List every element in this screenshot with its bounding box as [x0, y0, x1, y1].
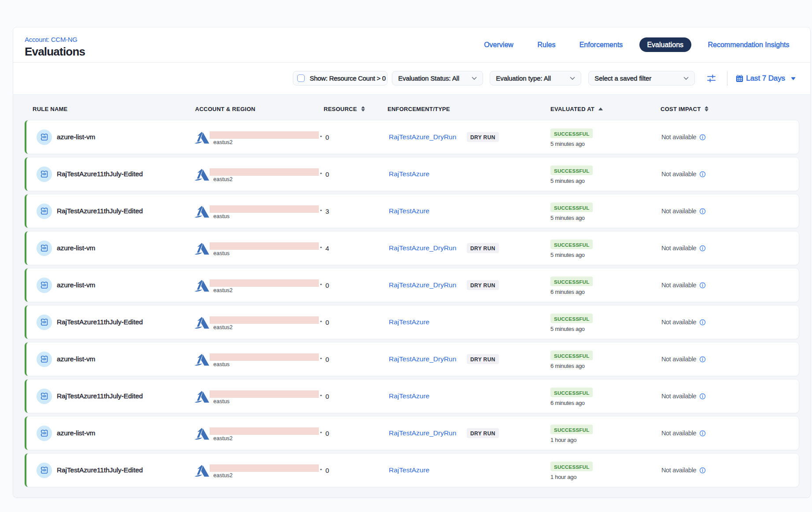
- info-icon[interactable]: [699, 430, 706, 437]
- status-badge: SUCCESSFUL: [550, 166, 593, 175]
- date-range-label: Last 7 Days: [746, 74, 785, 83]
- toolbar-divider: [727, 71, 727, 85]
- enforcement-link[interactable]: RajTestAzure: [389, 318, 429, 326]
- sliders-icon: [707, 74, 716, 82]
- rule-cell: RajTestAzure11thJuly-Edited: [26, 463, 192, 478]
- account-id-redacted: [210, 168, 319, 176]
- evaluation-type-value: Evaluation type: All: [496, 74, 551, 82]
- rule-icon: [39, 317, 50, 327]
- date-range-picker[interactable]: Last 7 Days: [736, 74, 796, 83]
- region-label: eastus2: [214, 435, 319, 442]
- enforcement-cell: RajTestAzure_DryRunDRY RUN: [386, 244, 549, 252]
- account-region-cell: eastus2: [192, 278, 322, 292]
- enforcement-link[interactable]: RajTestAzure: [389, 207, 429, 215]
- resource-count: 0: [322, 282, 386, 289]
- cost-impact-value: Not available: [661, 134, 696, 141]
- table-row[interactable]: RajTestAzure11thJuly-Edited eastus3RajTe…: [25, 194, 799, 228]
- evaluated-time: 5 minutes ago: [550, 326, 585, 332]
- enforcement-cell: RajTestAzure_DryRunDRY RUN: [386, 429, 549, 437]
- evaluated-at-cell: SUCCESSFUL6 minutes ago: [549, 277, 659, 295]
- column-header-rule-name: RULE NAME: [26, 106, 193, 112]
- evaluated-at-cell: SUCCESSFUL5 minutes ago: [549, 314, 659, 332]
- chevron-down-icon: [683, 77, 689, 80]
- table-row[interactable]: azure-list-vm eastus20RajTestAzure_DryRu…: [25, 268, 799, 302]
- column-header-resource[interactable]: RESOURCE: [324, 106, 388, 112]
- tab-rules[interactable]: Rules: [538, 41, 555, 49]
- rule-cell: azure-list-vm: [26, 426, 192, 441]
- enforcement-link[interactable]: RajTestAzure_DryRun: [389, 429, 456, 437]
- evaluated-at-cell: SUCCESSFUL6 minutes ago: [549, 351, 659, 369]
- account-id-redacted: [210, 427, 319, 435]
- info-icon[interactable]: [699, 356, 706, 363]
- cost-impact-cell: Not available: [659, 171, 799, 178]
- enforcement-link[interactable]: RajTestAzure_DryRun: [389, 355, 456, 363]
- rule-avatar: [37, 167, 52, 182]
- enforcement-link[interactable]: RajTestAzure_DryRun: [389, 133, 456, 141]
- status-badge: SUCCESSFUL: [550, 129, 593, 138]
- breadcrumb[interactable]: Account: CCM-NG: [25, 36, 85, 43]
- sort-icon: [705, 106, 709, 111]
- table-row[interactable]: RajTestAzure11thJuly-Edited eastus20RajT…: [25, 453, 799, 487]
- heading-block: Account: CCM-NG Evaluations: [25, 36, 85, 59]
- info-icon[interactable]: [699, 319, 706, 326]
- rule-icon: [39, 391, 50, 401]
- evaluated-time: 6 minutes ago: [550, 363, 585, 369]
- evaluated-at-cell: SUCCESSFUL1 hour ago: [549, 462, 659, 480]
- rule-icon: [39, 206, 50, 216]
- table-row[interactable]: azure-list-vm eastus20RajTestAzure_DryRu…: [25, 120, 799, 154]
- account-region-cell: eastus: [192, 241, 322, 255]
- table-row[interactable]: RajTestAzure11thJuly-Edited eastus0RajTe…: [25, 379, 799, 413]
- cost-impact-cell: Not available: [659, 430, 799, 437]
- region-label: eastus2: [214, 324, 319, 330]
- rule-avatar: [37, 315, 52, 330]
- info-icon[interactable]: [699, 393, 706, 400]
- tab-recommendation-insights[interactable]: Recommendation Insights: [707, 41, 790, 49]
- account-id-redacted: [210, 205, 319, 213]
- tab-overview[interactable]: Overview: [484, 41, 514, 49]
- tab-enforcements[interactable]: Enforcements: [579, 41, 624, 49]
- azure-logo: [194, 206, 209, 218]
- rule-icon: [39, 465, 50, 475]
- filter-settings-button[interactable]: [707, 74, 716, 82]
- enforcement-link[interactable]: RajTestAzure: [389, 170, 429, 178]
- column-label: ACCOUNT & REGION: [195, 106, 255, 112]
- region-label: eastus: [214, 398, 319, 404]
- info-icon[interactable]: [699, 208, 706, 215]
- evaluated-time: 1 hour ago: [550, 437, 576, 443]
- evaluation-status-select[interactable]: Evaluation Status: All: [392, 71, 483, 85]
- resource-count: 0: [322, 171, 386, 178]
- column-header-cost-impact[interactable]: COST IMPACT: [661, 106, 799, 112]
- evaluation-type-select[interactable]: Evaluation type: All: [490, 71, 581, 85]
- region-label: eastus2: [214, 176, 319, 182]
- rule-name: azure-list-vm: [57, 133, 95, 141]
- region-label: eastus: [214, 213, 319, 219]
- table-row[interactable]: azure-list-vm eastus0RajTestAzure_DryRun…: [25, 342, 799, 376]
- enforcement-link[interactable]: RajTestAzure_DryRun: [389, 281, 456, 289]
- enforcement-link[interactable]: RajTestAzure_DryRun: [389, 244, 456, 252]
- info-icon[interactable]: [699, 282, 706, 289]
- rule-name: RajTestAzure11thJuly-Edited: [57, 318, 143, 326]
- saved-filter-select[interactable]: Select a saved filter: [588, 71, 695, 85]
- azure-logo: [194, 428, 209, 440]
- enforcement-link[interactable]: RajTestAzure: [389, 466, 429, 474]
- info-icon[interactable]: [699, 467, 706, 474]
- evaluations-table: RULE NAMEACCOUNT & REGIONRESOURCE ENFORC…: [13, 94, 810, 497]
- show-resource-count-checkbox[interactable]: [297, 74, 305, 82]
- table-row[interactable]: azure-list-vm eastus20RajTestAzure_DryRu…: [25, 416, 799, 450]
- enforcement-cell: RajTestAzure: [386, 207, 549, 215]
- cost-impact-cell: Not available: [659, 393, 799, 400]
- show-resource-count-filter[interactable]: Show: Resource Count > 0: [293, 71, 388, 85]
- table-row[interactable]: azure-list-vm eastus4RajTestAzure_DryRun…: [25, 231, 799, 265]
- column-header-evaluated-at[interactable]: EVALUATED AT: [550, 106, 661, 112]
- info-icon[interactable]: [699, 134, 706, 141]
- table-row[interactable]: RajTestAzure11thJuly-Edited eastus20RajT…: [25, 305, 799, 339]
- info-icon[interactable]: [699, 171, 706, 178]
- info-icon[interactable]: [699, 245, 706, 252]
- table-row[interactable]: RajTestAzure11thJuly-Edited eastus20RajT…: [25, 157, 799, 191]
- rule-avatar: [37, 426, 52, 441]
- cost-impact-cell: Not available: [659, 134, 799, 141]
- enforcement-link[interactable]: RajTestAzure: [389, 392, 429, 400]
- content-card: Account: CCM-NG Evaluations OverviewRule…: [13, 27, 810, 497]
- account-stack: eastus2: [210, 279, 319, 293]
- tab-evaluations[interactable]: Evaluations: [639, 37, 691, 52]
